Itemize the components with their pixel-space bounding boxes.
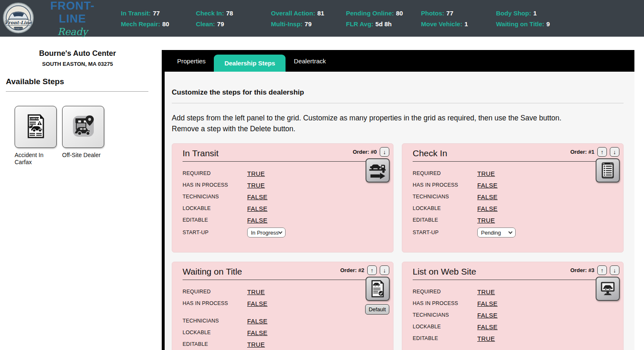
front-line-logo-icon: Front-Line READY: [2, 1, 35, 36]
property-row: EDITABLETRUE: [183, 338, 389, 350]
header-stat-value: 77: [446, 10, 454, 17]
header-stat-value: 79: [217, 20, 224, 28]
property-value-link[interactable]: FALSE: [247, 193, 268, 200]
property-value-link[interactable]: TRUE: [477, 335, 495, 342]
main-panel: PropertiesDealership StepsDealertrack Cu…: [162, 50, 634, 350]
property-row: EDITABLETRUE: [413, 332, 619, 344]
property-label: HAS IN PROCESS: [183, 182, 247, 188]
property-value-link[interactable]: FALSE: [477, 323, 498, 330]
move-up-button[interactable]: ↑: [367, 265, 377, 275]
card-title-divider: [413, 161, 619, 162]
header-stat-label: Move Vehicle:: [421, 20, 462, 28]
property-value-link[interactable]: TRUE: [247, 341, 265, 348]
property-value-link[interactable]: TRUE: [477, 170, 495, 177]
move-down-button[interactable]: ↓: [380, 147, 389, 157]
startup-select[interactable]: In Progress: [247, 228, 286, 238]
property-label: HAS IN PROCESS: [183, 300, 247, 306]
available-step-tile-off-site-dealer[interactable]: [62, 106, 104, 148]
arrow-down-icon: ↓: [613, 149, 616, 155]
property-row: HAS IN PROCESSFALSE: [413, 179, 619, 191]
header-stat-value: 1: [464, 20, 468, 28]
available-steps-list: CARFAX Accident In Carfax Off-Site Deale…: [15, 106, 162, 166]
property-value-link[interactable]: FALSE: [247, 318, 268, 325]
header-stat-value: 79: [305, 20, 312, 28]
order-label: Order: #1: [570, 149, 594, 155]
property-value-link[interactable]: FALSE: [247, 300, 268, 307]
property-value-link[interactable]: FALSE: [247, 205, 268, 212]
property-row: TECHNICIANSFALSE: [183, 191, 389, 202]
property-value-link[interactable]: TRUE: [247, 288, 265, 295]
move-down-button[interactable]: ↓: [610, 265, 619, 275]
tab-dealertrack[interactable]: Dealertrack: [289, 58, 331, 65]
header-stat-value: 80: [162, 20, 169, 28]
property-label: TECHNICIANS: [183, 318, 247, 324]
property-row: TECHNICIANSFALSE: [413, 191, 619, 202]
svg-text:CARFAX: CARFAX: [29, 118, 39, 120]
step-card-check-in: Check InOrder: #1↑↓ REQUIREDTRUEHAS IN P…: [402, 143, 624, 252]
order-label: Order: #0: [353, 149, 377, 155]
brand-subtitle: Ready: [39, 26, 106, 37]
property-label: EDITABLE: [183, 341, 247, 347]
property-value-link[interactable]: FALSE: [477, 312, 498, 319]
property-value-link[interactable]: FALSE: [477, 300, 498, 307]
chevron-down-icon: [509, 230, 513, 234]
move-down-button[interactable]: ↓: [610, 147, 619, 157]
card-title-divider: [183, 161, 389, 162]
header-stat: Photos:77: [421, 10, 496, 17]
tab-properties[interactable]: Properties: [172, 58, 210, 65]
header-stat: Multi-Insp:79: [271, 20, 346, 28]
header-stat-value: 80: [396, 10, 403, 17]
property-label: REQUIRED: [413, 289, 477, 295]
property-value-link[interactable]: TRUE: [247, 170, 265, 177]
property-label: LOCKABLE: [183, 330, 247, 335]
header-stat: Move Vehicle:1: [421, 20, 496, 28]
instructions-line: Add steps from the left panel to the gri…: [172, 112, 624, 123]
available-steps-divider: [6, 91, 148, 92]
move-down-button[interactable]: ↓: [380, 265, 389, 275]
startup-select[interactable]: Pending: [477, 228, 516, 238]
property-row: HAS IN PROCESSFALSE: [413, 298, 619, 309]
move-up-button[interactable]: ↑: [597, 265, 607, 275]
property-value-link[interactable]: FALSE: [477, 193, 498, 200]
property-value-link[interactable]: TRUE: [247, 182, 265, 189]
property-value-link[interactable]: FALSE: [247, 329, 268, 336]
header-stat: Overall Action:81: [271, 10, 346, 17]
header-stat-value: 5d 8h: [376, 20, 392, 28]
property-row: EDITABLEFALSE: [183, 214, 389, 226]
header-stat-label: Check In:: [196, 10, 224, 17]
move-up-button[interactable]: ↑: [597, 147, 607, 157]
property-row: HAS IN PROCESSTRUE: [183, 179, 389, 191]
property-label: TECHNICIANS: [413, 312, 477, 318]
property-row: HAS IN PROCESSFALSE: [183, 298, 389, 309]
header-stat-column: Overall Action:81Multi-Insp:79: [271, 10, 346, 28]
header-stat-label: FLR Avg:: [346, 20, 373, 28]
arrow-down-icon: ↓: [383, 268, 386, 273]
property-label: HAS IN PROCESS: [413, 182, 477, 188]
order-controls: Order: #2↑↓: [340, 265, 389, 275]
header-stat-label: Pending Online:: [346, 10, 394, 17]
property-label: EDITABLE: [183, 217, 247, 223]
content-heading: Customize the steps for this dealership: [172, 88, 624, 97]
dealer-address: SOUTH EASTON, MA 03275: [0, 61, 155, 67]
instructions-line: Remove a step with the Delete button.: [172, 123, 624, 134]
property-value-link[interactable]: TRUE: [477, 217, 495, 224]
property-value-link[interactable]: FALSE: [477, 205, 498, 212]
property-value-link[interactable]: FALSE: [247, 217, 268, 224]
header-stat: Pending Online:80: [346, 10, 421, 17]
step-card-in-transit: In TransitOrder: #0↓ REQUIREDTRUEHAS IN …: [172, 143, 393, 252]
property-value-link[interactable]: FALSE: [477, 182, 498, 189]
property-row: REQUIREDTRUE: [413, 168, 619, 179]
property-label: REQUIRED: [183, 170, 247, 176]
tab-bar: PropertiesDealership StepsDealertrack: [165, 50, 634, 72]
header-stat-column: Check In:78Clean:79: [196, 10, 271, 28]
off-site-dealer-icon: [70, 113, 97, 141]
tab-dealership-steps[interactable]: Dealership Steps: [214, 55, 286, 72]
header-stat: Check In:78: [196, 10, 271, 17]
property-value-link[interactable]: TRUE: [477, 288, 495, 295]
header-stat: Waiting on Title:9: [496, 20, 571, 28]
available-step-tile-carfax-accident[interactable]: CARFAX: [15, 106, 57, 148]
default-button[interactable]: Default: [365, 304, 389, 315]
header-stat: Mech Repair:80: [121, 20, 196, 28]
step-card-waiting-on-title: Waiting on TitleOrder: #2↑↓ DefaultREQUI…: [172, 262, 393, 350]
order-controls: Order: #0↓: [353, 147, 389, 157]
